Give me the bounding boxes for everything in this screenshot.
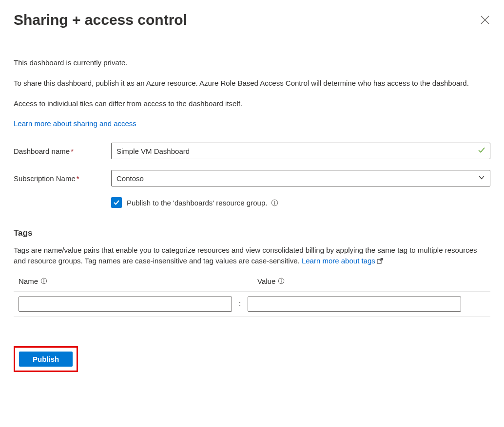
intro-line-1: This dashboard is currently private.	[14, 57, 490, 68]
tags-heading: Tags	[14, 228, 490, 238]
info-icon[interactable]	[277, 278, 285, 285]
svg-rect-9	[43, 280, 44, 283]
learn-more-sharing-link[interactable]: Learn more about sharing and access	[14, 119, 136, 128]
page-title: Sharing + access control	[14, 12, 187, 28]
svg-rect-4	[274, 202, 275, 204]
info-icon[interactable]	[40, 278, 47, 285]
tags-description: Tags are name/value pairs that enable yo…	[14, 245, 490, 267]
tags-value-column-header: Value	[257, 277, 275, 285]
tag-name-input[interactable]	[19, 297, 232, 312]
publish-button[interactable]: Publish	[19, 352, 73, 367]
tag-separator: :	[232, 299, 248, 308]
intro-line-2: To share this dashboard, publish it as a…	[14, 78, 490, 89]
close-button[interactable]	[480, 15, 490, 25]
checkmark-icon	[113, 199, 120, 206]
required-indicator: *	[71, 147, 74, 155]
external-link-icon	[376, 257, 383, 267]
dashboard-name-input[interactable]	[111, 143, 490, 159]
svg-point-8	[43, 279, 44, 280]
svg-point-11	[281, 279, 282, 280]
subscription-select[interactable]	[111, 170, 490, 186]
publish-resource-group-label: Publish to the 'dashboards' resource gro…	[127, 199, 267, 207]
publish-highlight-box: Publish	[14, 346, 78, 372]
tag-value-input[interactable]	[248, 297, 461, 312]
publish-resource-group-checkbox[interactable]	[111, 197, 122, 208]
required-indicator: *	[77, 174, 79, 183]
close-icon	[480, 15, 490, 25]
subscription-name-label: Subscription Name	[14, 174, 76, 183]
tags-name-column-header: Name	[19, 277, 38, 285]
svg-point-3	[274, 201, 275, 202]
table-row: :	[14, 292, 490, 312]
dashboard-name-label: Dashboard name	[14, 147, 70, 155]
svg-rect-12	[281, 280, 281, 283]
tags-table: Name Value :	[14, 277, 490, 317]
info-icon[interactable]	[271, 199, 278, 206]
learn-more-tags-link[interactable]: Learn more about tags	[302, 257, 383, 265]
intro-line-3: Access to individual tiles can differ fr…	[14, 98, 490, 109]
